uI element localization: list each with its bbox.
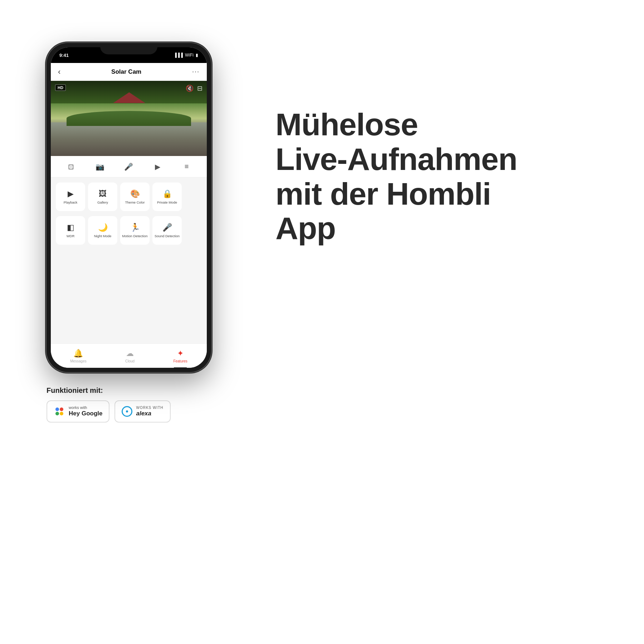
grid-section-2: ◧ WDR 🌙 Night Mode 🏃 Motion Detection bbox=[51, 216, 207, 250]
sound-detection-label: Sound Detection bbox=[155, 234, 180, 238]
alexa-badge-text: WORKS WITH alexa bbox=[136, 406, 163, 417]
headline-line2: Live-Aufnahmen bbox=[275, 142, 608, 177]
wdr-icon: ◧ bbox=[67, 223, 74, 232]
google-brand-label: Hey Google bbox=[69, 410, 102, 417]
grid-row-2: ◧ WDR 🌙 Night Mode 🏃 Motion Detection bbox=[56, 216, 202, 245]
svg-point-3 bbox=[60, 412, 63, 415]
google-badge[interactable]: works with Hey Google bbox=[47, 400, 109, 423]
night-mode-label: Night Mode bbox=[94, 234, 112, 238]
scene-umbrella bbox=[113, 92, 145, 103]
expand-icon[interactable]: ⊡ bbox=[64, 160, 78, 174]
status-time: 9:41 bbox=[59, 53, 69, 58]
phone-notch bbox=[100, 43, 157, 54]
grid-item-playback[interactable]: ▶ Playback bbox=[56, 182, 85, 211]
grid-item-night-mode[interactable]: 🌙 Night Mode bbox=[88, 216, 117, 245]
svg-point-1 bbox=[60, 408, 63, 411]
headline: Mühelose Live-Aufnahmen mit der Hombli A… bbox=[275, 107, 608, 246]
grid-item-motion-detection[interactable]: 🏃 Motion Detection bbox=[120, 216, 150, 245]
features-label: Features bbox=[173, 359, 187, 363]
phone-device: 9:41 ▐▐▐ WiFi ▮ ‹ Solar Cam ··· bbox=[47, 43, 211, 372]
headline-line3: mit der Hombli bbox=[275, 177, 608, 211]
app-title: Solar Cam bbox=[111, 68, 141, 75]
headline-line1: Mühelose bbox=[275, 107, 608, 142]
grid-item-gallery[interactable]: 🖼 Gallery bbox=[88, 182, 117, 211]
private-mode-icon: 🔒 bbox=[162, 189, 172, 199]
headline-line4: App bbox=[275, 211, 608, 246]
phone-screen: 9:41 ▐▐▐ WiFi ▮ ‹ Solar Cam ··· bbox=[51, 47, 207, 368]
action-bar: ⊡ 📷 🎤 ▶ ≡ bbox=[51, 156, 207, 177]
fullscreen-icon[interactable]: ⊟ bbox=[197, 84, 203, 92]
messages-label: Messages bbox=[70, 359, 87, 363]
camera-feed bbox=[51, 81, 207, 156]
night-mode-icon: 🌙 bbox=[98, 223, 108, 232]
microphone-icon[interactable]: 🎤 bbox=[122, 160, 136, 174]
partner-section: Funktioniert mit: works with bbox=[47, 386, 211, 423]
theme-color-label: Theme Color bbox=[125, 200, 145, 204]
playback-icon: ▶ bbox=[68, 189, 74, 199]
motion-detection-label: Motion Detection bbox=[122, 234, 147, 238]
svg-point-2 bbox=[55, 412, 59, 415]
back-button[interactable]: ‹ bbox=[58, 67, 60, 77]
nav-cloud[interactable]: ☁ Cloud bbox=[125, 349, 135, 363]
gallery-label: Gallery bbox=[97, 200, 108, 204]
google-logo bbox=[54, 406, 65, 417]
menu-button[interactable]: ··· bbox=[192, 68, 200, 75]
grid-item-private-mode[interactable]: 🔒 Private Mode bbox=[152, 182, 182, 211]
cloud-icon: ☁ bbox=[126, 349, 134, 358]
nav-active-indicator bbox=[174, 367, 187, 368]
bottom-nav: 🔔 Messages ☁ Cloud ✦ Features bbox=[51, 343, 207, 368]
gallery-icon: 🖼 bbox=[99, 189, 107, 199]
motion-detection-icon: 🏃 bbox=[130, 223, 140, 232]
alexa-works-label: WORKS WITH bbox=[136, 406, 163, 410]
svg-point-0 bbox=[55, 408, 59, 411]
left-side: 9:41 ▐▐▐ WiFi ▮ ‹ Solar Cam ··· bbox=[47, 36, 233, 423]
battery-icon: ▮ bbox=[196, 53, 198, 58]
private-mode-label: Private Mode bbox=[157, 200, 177, 204]
playback-label: Playback bbox=[64, 200, 78, 204]
camera-view: HD 🔇 ⊟ bbox=[51, 81, 207, 156]
partner-title: Funktioniert mit: bbox=[47, 386, 211, 395]
google-works-label: works with bbox=[69, 405, 102, 410]
grid-row-1: ▶ Playback 🖼 Gallery 🎨 Theme Color bbox=[56, 182, 202, 211]
phone-wrapper: 9:41 ▐▐▐ WiFi ▮ ‹ Solar Cam ··· bbox=[47, 43, 211, 372]
scene-lawn bbox=[51, 122, 207, 156]
features-icon: ✦ bbox=[177, 349, 184, 358]
scene-bushes bbox=[67, 111, 191, 126]
wdr-label: WDR bbox=[67, 234, 75, 238]
cloud-label: Cloud bbox=[125, 359, 135, 363]
alexa-logo bbox=[122, 406, 132, 417]
wifi-icon: WiFi bbox=[185, 53, 194, 58]
grid-section-1: ▶ Playback 🖼 Gallery 🎨 Theme Color bbox=[51, 177, 207, 216]
more-icon[interactable]: ≡ bbox=[180, 160, 194, 174]
page-container: 9:41 ▐▐▐ WiFi ▮ ‹ Solar Cam ··· bbox=[0, 0, 644, 644]
app-header: ‹ Solar Cam ··· bbox=[51, 63, 207, 81]
partner-badges: works with Hey Google WORKS WITH alexa bbox=[47, 400, 211, 423]
grid-item-wdr[interactable]: ◧ WDR bbox=[56, 216, 85, 245]
messages-icon: 🔔 bbox=[73, 349, 83, 358]
signal-icon: ▐▐▐ bbox=[174, 53, 183, 58]
right-side: Mühelose Live-Aufnahmen mit der Hombli A… bbox=[261, 36, 608, 246]
grid-item-sound-detection[interactable]: 🎤 Sound Detection bbox=[152, 216, 182, 245]
record-icon[interactable]: ▶ bbox=[151, 160, 165, 174]
nav-messages[interactable]: 🔔 Messages bbox=[70, 349, 87, 363]
nav-features[interactable]: ✦ Features bbox=[173, 349, 187, 363]
alexa-badge[interactable]: WORKS WITH alexa bbox=[114, 400, 170, 423]
sound-detection-icon: 🎤 bbox=[162, 223, 172, 232]
theme-color-icon: 🎨 bbox=[130, 189, 140, 199]
status-icons: ▐▐▐ WiFi ▮ bbox=[174, 53, 198, 58]
grid-item-theme-color[interactable]: 🎨 Theme Color bbox=[120, 182, 150, 211]
camera-controls-top: 🔇 ⊟ bbox=[186, 84, 203, 92]
screenshot-icon[interactable]: 📷 bbox=[93, 160, 107, 174]
hd-badge: HD bbox=[55, 84, 66, 91]
google-badge-text: works with Hey Google bbox=[69, 405, 102, 418]
mute-icon[interactable]: 🔇 bbox=[186, 84, 194, 92]
alexa-brand-label: alexa bbox=[136, 410, 163, 417]
